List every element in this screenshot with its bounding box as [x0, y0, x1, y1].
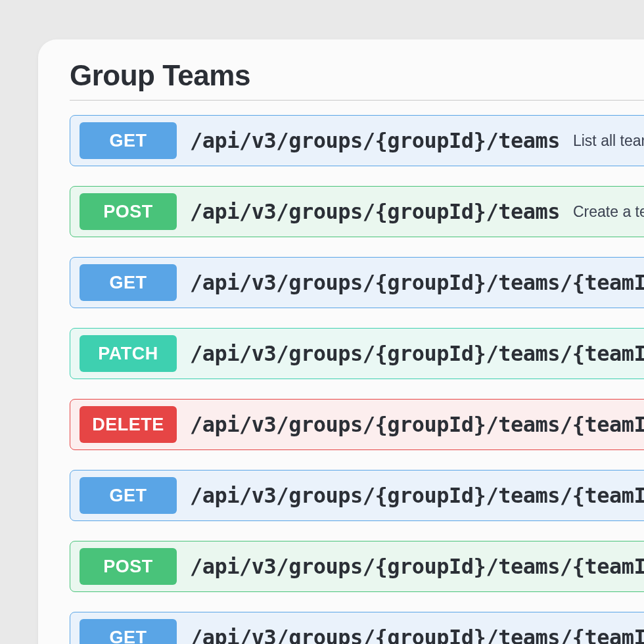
operation-summary: Create a team [573, 203, 644, 221]
http-method-badge: PATCH [80, 335, 177, 372]
operation-summary: List all teams [573, 132, 644, 150]
operation-row[interactable]: GET/api/v3/groups/{groupId}/teams/{teamI… [70, 257, 644, 308]
api-section-card: Group Teams GET/api/v3/groups/{groupId}/… [38, 39, 644, 644]
section-divider [70, 100, 644, 101]
operation-path: /api/v3/groups/{groupId}/teams/{teamId} [190, 625, 644, 644]
http-method-badge: POST [80, 193, 177, 230]
http-method-badge: POST [80, 548, 177, 585]
http-method-badge: GET [80, 619, 177, 644]
http-method-badge: GET [80, 122, 177, 159]
operation-row[interactable]: GET/api/v3/groups/{groupId}/teamsList al… [70, 115, 644, 166]
operation-row[interactable]: POST/api/v3/groups/{groupId}/teams/{team… [70, 541, 644, 592]
operation-path: /api/v3/groups/{groupId}/teams [190, 128, 560, 153]
operation-row[interactable]: DELETE/api/v3/groups/{groupId}/teams/{te… [70, 399, 644, 450]
operation-row[interactable]: GET/api/v3/groups/{groupId}/teams/{teamI… [70, 612, 644, 644]
http-method-badge: DELETE [80, 406, 177, 443]
http-method-badge: GET [80, 477, 177, 514]
operations-list: GET/api/v3/groups/{groupId}/teamsList al… [70, 115, 644, 644]
operation-path: /api/v3/groups/{groupId}/teams/{teamId} [190, 412, 644, 437]
operation-row[interactable]: PATCH/api/v3/groups/{groupId}/teams/{tea… [70, 328, 644, 379]
http-method-badge: GET [80, 264, 177, 301]
operation-path: /api/v3/groups/{groupId}/teams/{teamId} [190, 554, 644, 579]
operation-row[interactable]: GET/api/v3/groups/{groupId}/teams/{teamI… [70, 470, 644, 521]
operation-path: /api/v3/groups/{groupId}/teams/{teamId} [190, 483, 644, 508]
operation-path: /api/v3/groups/{groupId}/teams [190, 199, 560, 224]
operation-path: /api/v3/groups/{groupId}/teams/{teamId} [190, 341, 644, 366]
operation-path: /api/v3/groups/{groupId}/teams/{teamId} [190, 270, 644, 295]
section-title: Group Teams [70, 59, 644, 92]
operation-row[interactable]: POST/api/v3/groups/{groupId}/teamsCreate… [70, 186, 644, 237]
